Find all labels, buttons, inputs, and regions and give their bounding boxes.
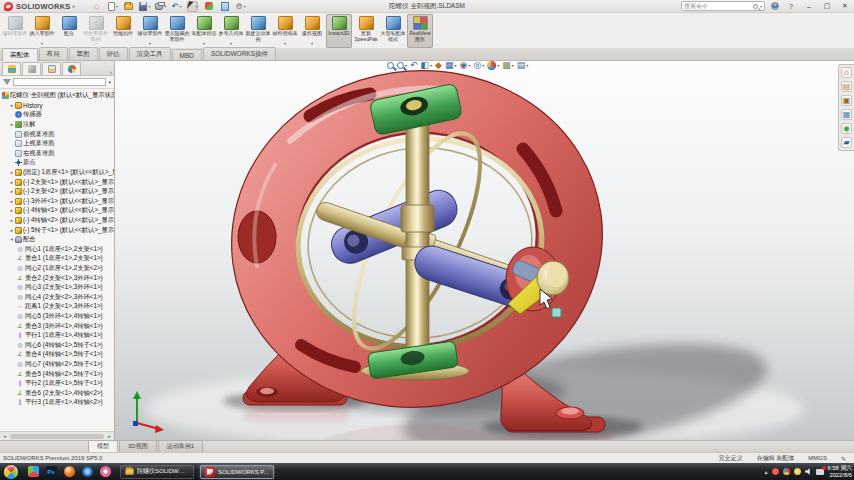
mate-item[interactable]: ◎ 同心2 (1底座<1>,2支架<2>) [2, 264, 114, 274]
ribbon-button[interactable]: 智能扣件 [110, 14, 136, 48]
file-explorer-icon[interactable]: ▣ [841, 95, 852, 106]
mate-item[interactable]: ∠ 重合6 (2支架<1>,4转轴<2>) [2, 388, 114, 398]
tree-item[interactable]: 传感器 [2, 110, 114, 120]
help-button[interactable]: ? [785, 3, 797, 10]
close-button[interactable]: ✕ [839, 2, 851, 10]
ribbon-button[interactable]: Instant3D [326, 14, 352, 48]
ribbon-button[interactable]: 配合 [56, 14, 82, 48]
tree-item[interactable]: 原点 [2, 158, 114, 168]
tab-displaymanager[interactable] [62, 62, 81, 75]
annotation-view-icon[interactable]: ◆ [435, 60, 442, 70]
rebuild-icon[interactable] [203, 1, 214, 12]
panel-more-icon[interactable]: › [110, 69, 112, 75]
view-palette-icon[interactable]: ▦ [841, 109, 852, 120]
ribbon-button[interactable]: 编辑零部件 [2, 14, 28, 48]
mate-item[interactable]: ∠ 重合3 (3外环<1>,4转轴<1>) [2, 321, 114, 331]
taskbar-app4-icon[interactable] [78, 464, 96, 479]
mate-item[interactable]: ◎ 同心7 (4转轴<2>,5转子<1>) [2, 360, 114, 370]
ribbon-tab[interactable]: 渲染工具 [129, 47, 171, 60]
tree-item[interactable]: ▸ History [2, 101, 114, 111]
taskbar-app1-icon[interactable] [24, 464, 42, 479]
mate-item[interactable]: ∠ 重合2 (2支架<1>,3外环<1>) [2, 273, 114, 283]
ribbon-button[interactable]: 大型装配体模式 [380, 14, 406, 48]
component-item[interactable]: ▸ (-) 5转子<1> (默认<<默认>_显示状态 1>) [2, 225, 114, 235]
graphics-viewport[interactable]: ▾ ↶ ◧▾ ◆ ▦▾ ◉▾ ◎▾ ▾ ▩▾ ▤▾ ⌂ ▤ ▣ ▦ ◉ ▰ [115, 61, 854, 440]
view-orientation-icon[interactable]: ▦▾ [445, 60, 457, 70]
edit-appearance-icon[interactable]: ▾ [487, 61, 499, 70]
ribbon-button[interactable]: 显示隐藏的零部件 [164, 14, 190, 48]
apply-scene-icon[interactable]: ▩▾ [502, 60, 514, 70]
search-caret-icon[interactable]: ▾ [760, 4, 762, 9]
mates-folder[interactable]: ▾ 配合 [2, 235, 114, 245]
filter-input[interactable] [13, 78, 106, 86]
zoom-fit-icon[interactable] [387, 62, 394, 69]
taskbar-app3-icon[interactable] [60, 464, 78, 479]
mate-item[interactable]: ◎ 同心4 (2支架<2>,3外环<1>) [2, 292, 114, 302]
mate-item[interactable]: ◎ 同心3 (2支架<1>,3外环<1>) [2, 283, 114, 293]
ribbon-button[interactable]: 爆炸视图 ▾ [299, 14, 325, 48]
tray-record-icon[interactable] [772, 468, 779, 475]
ribbon-button[interactable]: 移动零部件 ▾ [137, 14, 163, 48]
photoshop-icon[interactable]: Ps [42, 464, 60, 479]
mate-item[interactable]: ∥ 平行1 (1底座<1>,4转轴<1>) [2, 331, 114, 341]
tree-horizontal-scrollbar[interactable]: ◂ ▸ [0, 431, 114, 440]
minimize-button[interactable]: – [803, 3, 815, 10]
tray-app-icon[interactable] [794, 468, 801, 475]
undo-icon[interactable]: ↶▾ [171, 1, 182, 12]
unit-system[interactable]: MMGS [808, 455, 827, 461]
tray-volume-icon[interactable] [805, 468, 812, 475]
mate-item[interactable]: ◎ 同心5 (3外环<1>,4转轴<1>) [2, 312, 114, 322]
mate-item[interactable]: ↔ 距离1 (2支架<1>,3外环<1>) [2, 302, 114, 312]
section-view-icon[interactable]: ◧▾ [421, 60, 433, 70]
ribbon-tab[interactable]: 布局 [39, 47, 68, 60]
ribbon-button[interactable]: 更新 SpeedPak [353, 14, 379, 48]
tab-configurationmanager[interactable] [42, 62, 61, 75]
tab-propertymanager[interactable] [22, 62, 41, 75]
taskbar-app5-icon[interactable] [96, 464, 114, 479]
design-library-icon[interactable]: ▤ [841, 81, 852, 92]
filter-funnel-icon[interactable] [3, 79, 11, 85]
mate-item[interactable]: ◎ 同心6 (4转轴<1>,5转子<1>) [2, 340, 114, 350]
custom-properties-icon[interactable]: ▰ [841, 137, 852, 148]
scrollbar-thumb[interactable] [10, 434, 104, 439]
file-properties-icon[interactable] [219, 1, 230, 12]
maximize-button[interactable]: ▢ [821, 2, 833, 10]
mate-item[interactable]: ◎ 同心1 (1底座<1>,2支架<1>) [2, 245, 114, 255]
ribbon-button[interactable]: 材料明细表 ▾ [272, 14, 298, 48]
new-file-icon[interactable]: ▾ [107, 1, 118, 12]
tree-item[interactable]: ▸ 注解 [2, 120, 114, 130]
component-item[interactable]: ▸ (固定) 1底座<1> (默认<<默认>_显示状态 1>) [2, 168, 114, 178]
component-item[interactable]: ▸ (-) 4转轴<2> (默认<<默认>_显示状态 1>) [2, 216, 114, 226]
options-gear-icon[interactable]: ⚙▾ [235, 1, 246, 12]
ribbon-button[interactable]: 装配体特征 ▾ [191, 14, 217, 48]
scroll-right-icon[interactable]: ▸ [105, 433, 114, 439]
display-style-icon[interactable]: ◉▾ [460, 60, 471, 70]
open-file-icon[interactable] [123, 1, 134, 12]
component-item[interactable]: ▸ (-) 2支架<1> (默认<<默认>_显示状态 1>) [2, 177, 114, 187]
zoom-area-icon[interactable]: ▾ [397, 62, 407, 69]
document-tab[interactable]: 模型 [88, 440, 118, 452]
ribbon-tab[interactable]: 评估 [99, 47, 128, 60]
tray-browser-icon[interactable] [783, 468, 790, 475]
filter-caret-icon[interactable]: ▾ [108, 79, 111, 85]
custom-status-icon[interactable]: ✎ [841, 455, 846, 462]
mate-item[interactable]: ∠ 重合5 (4转轴<2>,5转子<1>) [2, 369, 114, 379]
ribbon-button[interactable]: RealView 图形 [407, 14, 433, 48]
mate-item[interactable]: ∠ 重合1 (1底座<1>,2支架<1>) [2, 254, 114, 264]
document-tab[interactable]: 3D视图 [119, 440, 157, 452]
component-item[interactable]: ▸ (-) 3外环<1> (默认<<默认>_显示状态 1>) [2, 197, 114, 207]
menu-expand-icon[interactable]: ▸ [73, 3, 76, 9]
hide-show-items-icon[interactable]: ◎▾ [473, 60, 484, 70]
solidworks-window-button[interactable]: SOLIDWORKS P... [200, 465, 274, 479]
save-icon[interactable]: ▾ [139, 1, 150, 12]
ribbon-button[interactable]: 插入零部件 ▾ [29, 14, 55, 48]
tree-item[interactable]: 右视基准面 [2, 149, 114, 159]
view-settings-icon[interactable]: ▤▾ [517, 60, 529, 70]
tree-item[interactable]: 上视基准面 [2, 139, 114, 149]
document-tab[interactable]: 运动算例1 [158, 440, 203, 452]
ribbon-button[interactable]: 参考几何体 ▾ [218, 14, 244, 48]
component-item[interactable]: ▸ (-) 4转轴<1> (默认<<默认>_显示状态 1>) [2, 206, 114, 216]
ribbon-tab[interactable]: 草图 [69, 47, 98, 60]
select-arrow-icon[interactable]: ▾ [187, 1, 198, 12]
home-icon[interactable]: ⌂ [91, 1, 102, 12]
